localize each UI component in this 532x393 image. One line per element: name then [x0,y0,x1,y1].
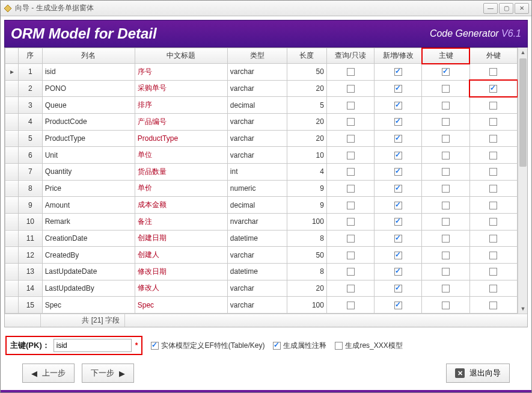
cell-colname[interactable]: Unit [42,147,135,164]
cell-type[interactable]: varchar [227,297,287,314]
cell-length[interactable]: 8 [287,230,326,247]
checkbox-icon[interactable] [442,68,450,76]
checkbox-icon[interactable] [335,342,343,350]
cell-query-readonly[interactable] [326,80,374,97]
cell-colname[interactable]: CreationDate [42,230,135,247]
checkbox-icon[interactable] [347,285,355,292]
cell-add-edit[interactable] [375,147,422,164]
checkbox-icon[interactable] [394,302,402,309]
cell-type[interactable]: nvarchar [227,213,287,230]
cell-type[interactable]: varchar [227,247,287,264]
cell-primary-key[interactable] [422,230,469,247]
col-query-readonly[interactable]: 查询/只读 [326,48,374,64]
cell-length[interactable]: 10 [287,147,326,164]
checkbox-icon[interactable] [151,342,159,350]
table-row[interactable]: 9Amount成本金额decimal9 [5,197,518,214]
cell-length[interactable]: 20 [287,280,326,297]
checkbox-icon[interactable] [489,268,497,276]
cell-type[interactable]: decimal [227,197,287,214]
cell-query-readonly[interactable] [326,230,374,247]
checkbox-icon[interactable] [489,185,497,193]
cell-type[interactable]: decimal [227,97,287,114]
maximize-button[interactable]: ▢ [499,3,513,14]
cell-add-edit[interactable] [375,230,422,247]
checkbox-icon[interactable] [394,235,402,243]
cell-query-readonly[interactable] [326,163,374,180]
cell-query-readonly[interactable] [326,97,374,114]
cell-type[interactable]: datetime [227,230,287,247]
checkbox-icon[interactable] [394,102,402,110]
checkbox-icon[interactable] [489,135,497,143]
checkbox-icon[interactable] [394,285,402,292]
table-row[interactable]: 13LastUpdateDate修改日期datetime8 [5,263,518,280]
option-gen-res-model[interactable]: 生成res_XXX模型 [335,341,402,351]
cell-cntitle[interactable]: 采购单号 [135,80,227,97]
cell-foreign-key[interactable] [469,80,517,97]
cell-add-edit[interactable] [375,247,422,264]
cell-query-readonly[interactable] [326,64,374,81]
col-cntitle[interactable]: 中文标题 [135,48,227,64]
cell-length[interactable]: 20 [287,80,326,97]
checkbox-icon[interactable] [489,168,497,176]
cell-query-readonly[interactable] [326,113,374,130]
cell-type[interactable]: varchar [227,64,287,81]
checkbox-icon[interactable] [394,252,402,259]
scroll-thumb[interactable] [519,58,527,167]
cell-cntitle[interactable]: 成本金额 [135,197,227,214]
cell-cntitle[interactable]: 修改日期 [135,263,227,280]
cell-foreign-key[interactable] [469,97,517,114]
cell-primary-key[interactable] [422,247,469,264]
checkbox-icon[interactable] [347,152,355,159]
table-row[interactable]: 4ProductCode产品编号varchar20 [5,113,518,130]
table-row[interactable]: 14LastUpdatedBy修改人varchar20 [5,280,518,297]
cell-query-readonly[interactable] [326,247,374,264]
cell-colname[interactable]: PONO [42,80,135,97]
col-length[interactable]: 长度 [287,48,326,64]
cell-primary-key[interactable] [422,197,469,214]
cell-query-readonly[interactable] [326,147,374,164]
checkbox-icon[interactable] [489,285,497,292]
cell-query-readonly[interactable] [326,263,374,280]
checkbox-icon[interactable] [347,168,355,176]
checkbox-icon[interactable] [394,202,402,209]
checkbox-icon[interactable] [489,118,497,126]
checkbox-icon[interactable] [347,235,355,243]
cell-add-edit[interactable] [375,280,422,297]
checkbox-icon[interactable] [442,85,450,93]
cell-foreign-key[interactable] [469,230,517,247]
checkbox-icon[interactable] [347,302,355,309]
cell-colname[interactable]: ProductType [42,130,135,147]
checkbox-icon[interactable] [394,152,402,159]
cell-length[interactable]: 20 [287,130,326,147]
checkbox-icon[interactable] [347,102,355,110]
cell-type[interactable]: numeric [227,180,287,197]
cell-foreign-key[interactable] [469,130,517,147]
cell-foreign-key[interactable] [469,147,517,164]
checkbox-icon[interactable] [394,85,402,93]
cell-primary-key[interactable] [422,297,469,314]
table-row[interactable]: 6Unit单位varchar10 [5,147,518,164]
minimize-button[interactable]: — [483,3,498,14]
cell-primary-key[interactable] [422,147,469,164]
cell-foreign-key[interactable] [469,64,517,81]
option-ef-attributes[interactable]: 实体模型定义EF特性(Table/Key) [151,341,264,351]
cell-length[interactable]: 8 [287,263,326,280]
cell-cntitle[interactable]: 排序 [135,97,227,114]
checkbox-icon[interactable] [442,268,450,276]
checkbox-icon[interactable] [442,185,450,193]
checkbox-icon[interactable] [442,285,450,292]
cell-cntitle[interactable]: 创建日期 [135,230,227,247]
cell-query-readonly[interactable] [326,130,374,147]
table-row[interactable]: 10Remark备注nvarchar100 [5,213,518,230]
checkbox-icon[interactable] [347,118,355,126]
cell-primary-key[interactable] [422,113,469,130]
cell-primary-key[interactable] [422,97,469,114]
cell-colname[interactable]: Remark [42,213,135,230]
checkbox-icon[interactable] [442,168,450,176]
cell-type[interactable]: int [227,163,287,180]
cell-primary-key[interactable] [422,180,469,197]
table-row[interactable]: 7Quantity货品数量int4 [5,163,518,180]
scroll-up-icon[interactable]: ▲ [518,48,527,57]
pk-input[interactable] [54,339,132,352]
checkbox-icon[interactable] [347,218,355,226]
